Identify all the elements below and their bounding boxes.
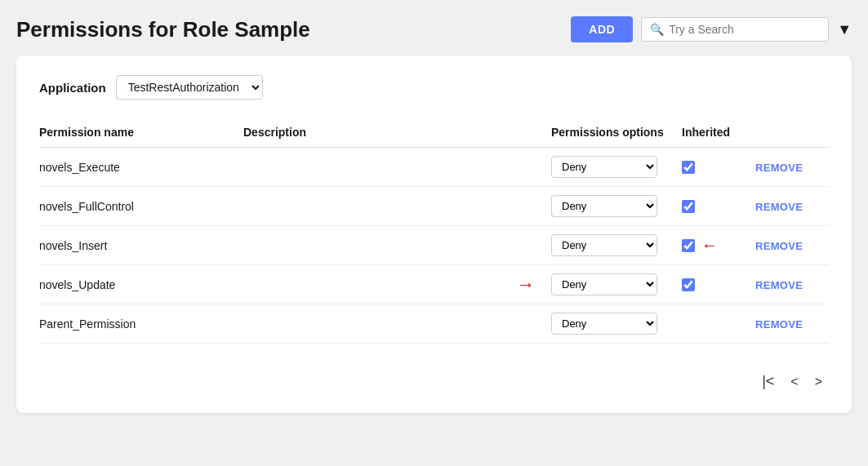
search-icon: 🔍: [650, 23, 664, 36]
description-cell: [243, 187, 551, 226]
permissions-options-cell: DenyAllowInherit: [551, 187, 682, 226]
permission-name-cell: novels_FullControl: [39, 187, 243, 226]
remove-button[interactable]: REMOVE: [755, 318, 803, 331]
col-header-permission-name: Permission name: [39, 119, 243, 148]
col-header-permissions-options: Permissions options: [551, 119, 682, 148]
pagination-next-button[interactable]: >: [808, 371, 829, 393]
application-row: Application TestRestAuthorizationApplica…: [39, 75, 829, 100]
table-row: novels_ExecuteDenyAllowInheritREMOVE: [39, 148, 829, 187]
page-wrapper: Permissions for Role Sample ADD 🔍 ▼ Appl…: [16, 16, 852, 413]
permission-name-cell: novels_Execute: [39, 148, 243, 187]
table-row: novels_InsertDenyAllowInherit←REMOVE: [39, 226, 829, 265]
table-row: Parent_PermissionDenyAllowInheritREMOVE: [39, 304, 829, 344]
search-box: 🔍: [641, 17, 829, 42]
inherited-checkbox[interactable]: [682, 200, 695, 213]
description-cell: [243, 148, 551, 187]
arrow-right-indicator: →: [517, 274, 535, 295]
arrow-left-indicator: ←: [701, 236, 718, 255]
permissions-table: Permission name Description Permissions …: [39, 119, 829, 344]
permissions-options-select[interactable]: DenyAllowInherit: [551, 195, 657, 217]
inherited-cell: [682, 148, 755, 187]
inherited-cell: [682, 187, 755, 226]
pagination-first-button[interactable]: |<: [755, 370, 781, 393]
permissions-options-select[interactable]: DenyAllowInherit: [551, 234, 657, 256]
permissions-options-select[interactable]: DenyAllowInherit: [551, 156, 657, 178]
actions-cell: REMOVE: [755, 187, 829, 226]
permissions-options-cell: DenyAllowInherit: [551, 226, 682, 265]
permissions-options-cell: DenyAllowInherit: [551, 265, 682, 304]
permissions-options-select[interactable]: DenyAllowInherit: [551, 313, 657, 335]
inherited-cell: [682, 265, 755, 304]
permission-name-cell: novels_Insert: [39, 226, 243, 265]
permission-name-cell: novels_Update: [39, 265, 243, 304]
table-row: novels_Update→DenyAllowInheritREMOVE: [39, 265, 829, 304]
permissions-options-select[interactable]: DenyAllowInherit: [551, 273, 657, 295]
col-header-description: Description: [243, 119, 551, 148]
col-header-inherited: Inherited: [682, 119, 755, 148]
remove-button[interactable]: REMOVE: [755, 162, 803, 174]
description-cell: [243, 226, 551, 265]
permissions-options-cell: DenyAllowInherit: [551, 304, 682, 344]
inherited-checkbox[interactable]: [682, 239, 695, 252]
table-header-row: Permission name Description Permissions …: [39, 119, 829, 148]
inherited-checkbox[interactable]: [682, 161, 695, 174]
remove-button[interactable]: REMOVE: [755, 279, 803, 291]
search-input[interactable]: [669, 23, 820, 36]
actions-cell: REMOVE: [755, 265, 829, 304]
col-header-actions: [755, 119, 829, 148]
top-right-controls: ADD 🔍 ▼: [571, 16, 852, 42]
remove-button[interactable]: REMOVE: [755, 201, 803, 213]
inherited-cell: [682, 304, 755, 344]
application-select[interactable]: TestRestAuthorizationApplication2Applica…: [116, 75, 263, 100]
description-cell: →: [243, 265, 551, 304]
inherited-cell: ←: [682, 226, 755, 265]
description-cell: [243, 304, 551, 344]
add-button[interactable]: ADD: [571, 16, 633, 42]
main-card: Application TestRestAuthorizationApplica…: [16, 55, 852, 413]
table-row: novels_FullControlDenyAllowInheritREMOVE: [39, 187, 829, 226]
actions-cell: REMOVE: [755, 148, 829, 187]
actions-cell: REMOVE: [755, 226, 829, 265]
application-label: Application: [39, 81, 106, 95]
pagination-prev-button[interactable]: <: [784, 371, 804, 393]
filter-icon[interactable]: ▼: [837, 21, 852, 38]
remove-button[interactable]: REMOVE: [755, 240, 803, 252]
actions-cell: REMOVE: [755, 304, 829, 344]
permission-name-cell: Parent_Permission: [39, 304, 243, 344]
permissions-options-cell: DenyAllowInherit: [551, 148, 682, 187]
inherited-checkbox[interactable]: [682, 278, 695, 291]
top-bar: Permissions for Role Sample ADD 🔍 ▼: [16, 16, 852, 42]
page-title: Permissions for Role Sample: [16, 17, 310, 42]
pagination-row: |< < >: [39, 363, 829, 393]
